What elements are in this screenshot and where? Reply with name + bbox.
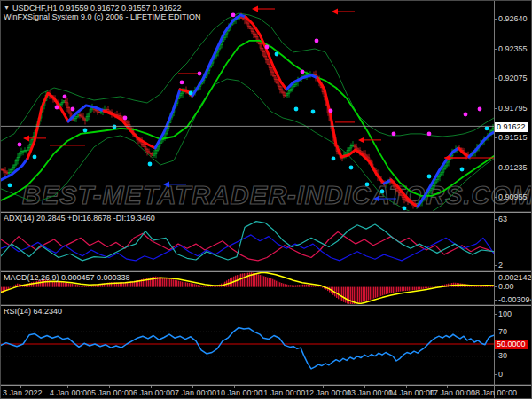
axis-tick bbox=[494, 265, 497, 266]
sell-signal-dot bbox=[123, 116, 128, 121]
time-axis-tick bbox=[447, 386, 448, 388]
rsi-panel[interactable]: RSI(14) 64.2340 bbox=[1, 306, 532, 384]
buy-signal-dot bbox=[349, 166, 354, 170]
bollinger-upper-line bbox=[1, 13, 494, 141]
buy-signal-dot bbox=[275, 52, 279, 57]
axis-tick bbox=[494, 168, 497, 168]
rsi-50-badge: 50.0000 bbox=[495, 340, 528, 349]
adx-label: ADX(14) 20.2845 +DI:16.8678 -DI:19.3460 bbox=[4, 214, 155, 223]
price-axis-label: 0.91515 bbox=[498, 133, 528, 142]
time-axis-label: 14 Jan 00:00 bbox=[388, 388, 434, 397]
axis-tick bbox=[494, 332, 497, 332]
axis-tick bbox=[494, 314, 497, 315]
axis-tick bbox=[494, 374, 497, 375]
time-axis-tick bbox=[109, 386, 110, 388]
ma-green-line bbox=[1, 41, 494, 200]
macd-axis-label: 0.00 bbox=[498, 282, 514, 291]
macd-axis-label: -0.003094 bbox=[498, 295, 532, 304]
sell-signal-dot bbox=[315, 39, 319, 43]
time-axis-tick bbox=[489, 386, 489, 388]
time-axis-label: 10 Jan 00:00 bbox=[216, 388, 262, 397]
price-axis-label: 0.92355 bbox=[498, 44, 528, 53]
sell-signal-dot bbox=[265, 45, 270, 50]
sell-signal-dot bbox=[478, 107, 482, 112]
price-axis-label: 0.92640 bbox=[498, 14, 528, 23]
sell-signal-dot bbox=[55, 106, 59, 110]
buy-arrow-icon bbox=[163, 181, 169, 187]
sell-signal-dot bbox=[180, 81, 184, 85]
axis-tick bbox=[494, 278, 497, 278]
axis-tick bbox=[494, 19, 497, 20]
axis-tick bbox=[494, 219, 497, 220]
sell-signal-dot bbox=[198, 72, 202, 76]
buy-signal-dot bbox=[365, 183, 370, 187]
axis-tick bbox=[494, 49, 497, 50]
macd-panel[interactable]: MACD(12,26,9) 0.000457 0.000338 bbox=[1, 272, 532, 304]
panel-separator[interactable] bbox=[1, 384, 532, 386]
macd-label: MACD(12,26,9) 0.000457 0.000338 bbox=[4, 273, 130, 283]
time-axis-tick bbox=[364, 386, 365, 388]
sell-signal-dot bbox=[231, 13, 236, 18]
macd-axis-label: 0.002142 bbox=[498, 273, 532, 282]
rsi-axis-label: 70 bbox=[498, 327, 507, 336]
buy-arrow-icon bbox=[373, 196, 379, 202]
time-axis-tick bbox=[151, 386, 152, 388]
sell-signal-dot bbox=[464, 113, 468, 117]
time-axis-label: 7 Jan 00:00 bbox=[175, 388, 216, 397]
rsi-label: RSI(14) 64.2340 bbox=[4, 307, 62, 317]
time-axis-label: 13 Jan 00:00 bbox=[347, 388, 393, 397]
adx-panel[interactable]: ADX(14) 20.2845 +DI:16.8678 -DI:19.3460 bbox=[1, 213, 532, 270]
symbol-ohlc-label: USDCHF,H1 0.91559 0.91672 0.91557 0.9162… bbox=[12, 4, 182, 12]
time-axis-label: 5 Jan 00:00 bbox=[91, 388, 133, 397]
price-axis-label: 0.92075 bbox=[498, 74, 528, 82]
axis-tick bbox=[494, 137, 497, 138]
buy-signal-dot bbox=[83, 129, 88, 133]
time-axis-tick bbox=[406, 386, 407, 388]
time-axis-label: 3 Jan 2022 bbox=[3, 388, 43, 397]
sell-arrow-icon bbox=[252, 6, 258, 12]
buy-signal-dot bbox=[485, 127, 489, 131]
buy-signal-dot bbox=[294, 107, 299, 112]
time-axis-tick bbox=[234, 386, 235, 388]
price-axis-label: 0.90955 bbox=[498, 192, 528, 201]
buy-signal-dot bbox=[332, 157, 336, 161]
axis-tick bbox=[494, 78, 497, 79]
chart-collapse-icon[interactable]: ▼ bbox=[4, 4, 10, 11]
time-axis-tick bbox=[278, 386, 278, 388]
sell-signal-dot bbox=[392, 132, 396, 137]
mt4-chart-window: BEST-METATRADER-INDICATORS.COM ▼USDCHF,H… bbox=[0, 0, 532, 399]
time-axis-label: 6 Jan 00:00 bbox=[133, 388, 175, 397]
time-axis-label: 17 Jan 00:00 bbox=[429, 388, 475, 397]
sell-arrow-icon bbox=[332, 9, 338, 15]
sell-signal-dot bbox=[301, 70, 305, 74]
sell-signal-dot bbox=[71, 107, 75, 112]
rsi-canvas[interactable] bbox=[1, 306, 494, 384]
price-axis-label: 0.91795 bbox=[498, 104, 528, 113]
time-axis-tick bbox=[192, 386, 193, 388]
buy-signal-dot bbox=[148, 162, 153, 167]
buy-signal-dot bbox=[460, 168, 465, 172]
rsi-axis-label: 30 bbox=[498, 351, 507, 360]
axis-tick bbox=[494, 300, 497, 301]
main-chart-canvas[interactable] bbox=[1, 1, 494, 211]
sell-signal-dot bbox=[427, 132, 432, 137]
sell-signal-dot bbox=[18, 143, 22, 147]
rsi-axis-label: 100 bbox=[498, 309, 512, 318]
buy-signal-dot bbox=[8, 184, 12, 188]
time-axis-label: 11 Jan 00:00 bbox=[260, 388, 305, 397]
trend-signal-dn-segment bbox=[458, 148, 469, 157]
sell-arrow-icon bbox=[23, 135, 29, 141]
main-price-panel[interactable]: BEST-METATRADER-INDICATORS.COM ▼USDCHF,H… bbox=[1, 1, 532, 211]
bid-price-box: 0.91622 bbox=[495, 122, 528, 132]
axis-tick bbox=[494, 108, 497, 109]
buy-signal-dot bbox=[311, 110, 316, 114]
time-axis-label: 4 Jan 00:00 bbox=[50, 388, 91, 397]
sell-arrow-icon bbox=[358, 137, 364, 143]
rsi-line bbox=[1, 328, 494, 369]
trend-signal-up-segment bbox=[469, 132, 494, 157]
buy-signal-dot bbox=[403, 207, 407, 211]
axis-tick bbox=[494, 356, 497, 356]
time-axis-label: 18 Jan 00:00 bbox=[471, 388, 517, 397]
time-axis-tick bbox=[20, 386, 21, 388]
adx-axis-label: 2 bbox=[498, 261, 503, 270]
